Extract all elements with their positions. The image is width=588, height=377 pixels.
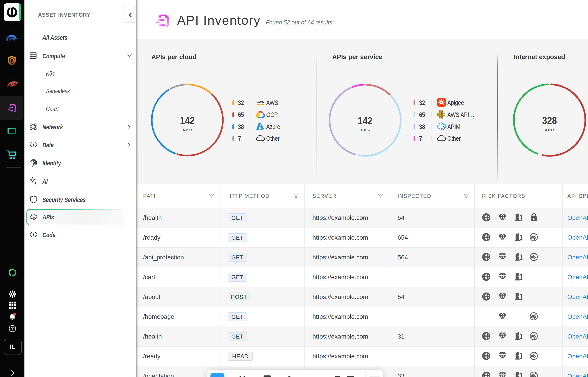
svg-text:?: ?	[11, 326, 14, 331]
svg-text:aws: aws	[256, 99, 264, 104]
